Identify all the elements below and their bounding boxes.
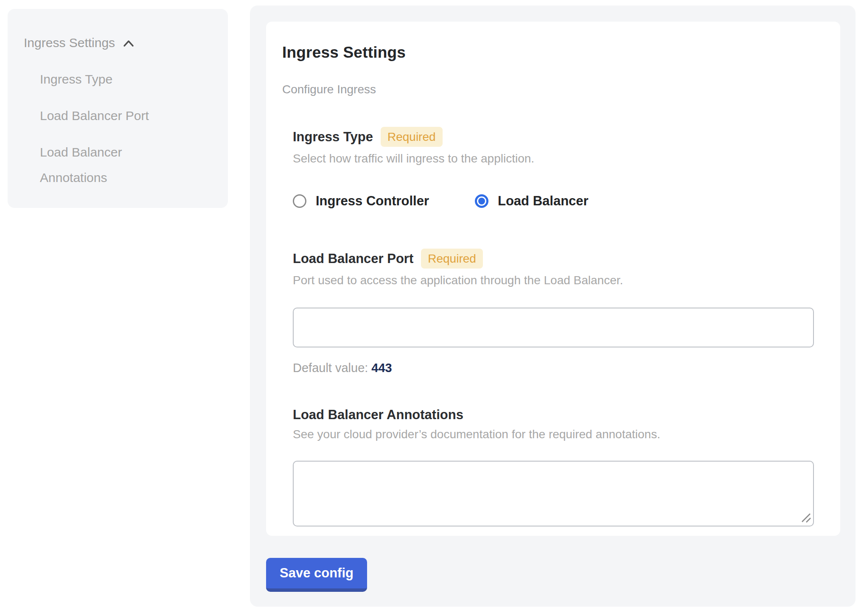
load-balancer-annotations-label: Load Balancer Annotations — [293, 407, 463, 423]
radio-label-ingress-controller: Ingress Controller — [316, 193, 429, 209]
page-title: Ingress Settings — [282, 44, 814, 62]
radio-option-load-balancer[interactable]: Load Balancer — [475, 193, 589, 209]
form-sections: Ingress Type Required Select how traffic… — [293, 127, 814, 526]
sidebar-item-list: Ingress Type Load Balancer Port Load Bal… — [40, 67, 167, 190]
load-balancer-port-description: Port used to access the application thro… — [293, 274, 814, 287]
required-badge: Required — [421, 249, 483, 269]
main-panel: Ingress Settings Configure Ingress Ingre… — [250, 6, 856, 607]
default-value-label: Default value: — [293, 361, 368, 375]
sidebar-item-load-balancer-annotations[interactable]: Load Balancer Annotations — [40, 140, 167, 190]
default-value-row: Default value:443 — [293, 361, 814, 375]
required-badge: Required — [381, 127, 443, 147]
default-value: 443 — [371, 361, 392, 375]
radio-checked-icon[interactable] — [475, 194, 488, 208]
resize-handle-icon[interactable] — [800, 512, 811, 523]
sidebar-group-ingress-settings[interactable]: Ingress Settings — [24, 30, 211, 56]
section-load-balancer-annotations: Load Balancer Annotations See your cloud… — [293, 407, 814, 526]
load-balancer-annotations-description: See your cloud provider’s documentation … — [293, 428, 814, 441]
load-balancer-annotations-textarea[interactable] — [293, 461, 814, 526]
load-balancer-annotations-heading: Load Balancer Annotations — [293, 407, 814, 423]
load-balancer-port-label: Load Balancer Port — [293, 251, 413, 266]
sidebar-item-ingress-type[interactable]: Ingress Type — [40, 67, 167, 92]
sidebar-group-label: Ingress Settings — [24, 30, 115, 56]
section-load-balancer-port: Load Balancer Port Required Port used to… — [293, 249, 814, 375]
ingress-type-description: Select how traffic will ingress to the a… — [293, 152, 814, 165]
save-config-button[interactable]: Save config — [266, 558, 367, 592]
chevron-up-icon — [122, 37, 135, 50]
ingress-type-radio-group: Ingress Controller Load Balancer — [293, 193, 814, 209]
page-subtitle: Configure Ingress — [282, 83, 814, 96]
annotations-textarea-wrap — [293, 461, 814, 526]
radio-unchecked-icon[interactable] — [293, 194, 306, 208]
ingress-type-label: Ingress Type — [293, 129, 373, 145]
radio-label-load-balancer: Load Balancer — [498, 193, 589, 209]
settings-sidebar: Ingress Settings Ingress Type Load Balan… — [8, 9, 228, 208]
load-balancer-port-input[interactable] — [293, 308, 814, 347]
radio-option-ingress-controller[interactable]: Ingress Controller — [293, 193, 429, 209]
section-ingress-type: Ingress Type Required Select how traffic… — [293, 127, 814, 209]
sidebar-item-load-balancer-port[interactable]: Load Balancer Port — [40, 103, 167, 129]
ingress-settings-card: Ingress Settings Configure Ingress Ingre… — [266, 22, 840, 536]
ingress-type-heading: Ingress Type Required — [293, 127, 814, 147]
load-balancer-port-heading: Load Balancer Port Required — [293, 249, 814, 269]
